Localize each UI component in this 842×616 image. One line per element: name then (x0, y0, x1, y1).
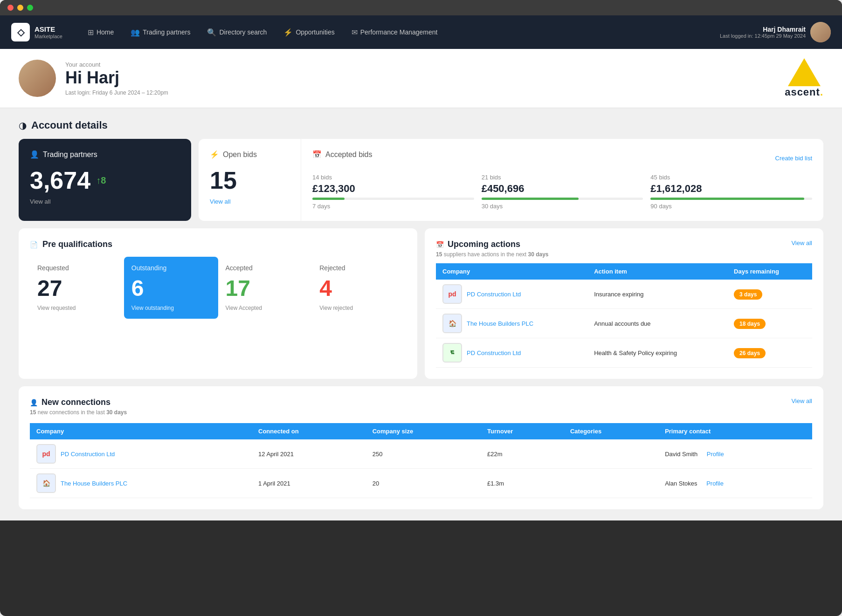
preq-outstanding: Outstanding 6 View outstanding (124, 257, 218, 319)
bid-column-7days: 14 bids £123,300 7 days (312, 174, 474, 210)
maximize-button[interactable] (27, 5, 33, 11)
conn-col-company: Company (30, 423, 252, 439)
nav-directory-search[interactable]: 🔍 Directory search (200, 24, 273, 41)
col-company: Company (436, 263, 587, 280)
bid-column-30days: 21 bids £450,696 30 days (482, 174, 643, 210)
pre-qualifications-card: 📄 Pre qualifications Requested 27 View r… (19, 228, 417, 379)
conn-company-link-1[interactable]: PD Construction Ltd (61, 451, 115, 458)
progress-bar-1 (312, 198, 474, 200)
create-bid-link[interactable]: Create bid list (775, 155, 812, 162)
preq-requested-label: Requested (37, 264, 117, 272)
profile-link-1[interactable]: Profile (707, 451, 724, 458)
hb-logo-1: 🏠 (442, 314, 462, 333)
minimize-button[interactable] (17, 5, 23, 11)
open-bids-view-all[interactable]: View all (210, 198, 290, 205)
preq-rejected-link[interactable]: View rejected (319, 305, 399, 311)
conn-col-connected: Connected on (252, 423, 366, 439)
preq-outstanding-link[interactable]: View outstanding (131, 305, 211, 311)
profile-link-2[interactable]: Profile (706, 480, 724, 487)
days-cell-3: 26 days (727, 338, 812, 368)
close-button[interactable] (7, 5, 14, 11)
bid-count-2: 21 bids (482, 174, 643, 181)
welcome-banner: Your account Hi Harj Last login: Friday … (0, 49, 842, 108)
table-row: 🏠 The House Builders PLC 1 April 2021 20… (30, 469, 812, 498)
open-bids-label: ⚡ Open bids (210, 150, 290, 159)
bid-days-1: 7 days (312, 203, 474, 210)
nav-opportunities[interactable]: ⚡ Opportunities (277, 24, 341, 41)
open-bids-card: ⚡ Open bids 15 View all (199, 139, 301, 221)
calendar-icon: 📅 (312, 150, 322, 159)
conn-company-2: 🏠 The House Builders PLC (30, 469, 252, 498)
days-badge-1: 3 days (734, 289, 762, 300)
preq-requested-link[interactable]: View requested (37, 305, 117, 311)
nav-user: Harj Dhamrait Last logged in: 12:45pm 29… (720, 22, 831, 42)
conn-company-link-2[interactable]: The House Builders PLC (61, 480, 127, 487)
col-days: Days remaining (727, 263, 812, 280)
conn-categories-2 (564, 469, 658, 498)
table-row: 🏗 PD Construction Ltd Health & Safety Po… (436, 338, 812, 368)
preq-outstanding-label: Outstanding (131, 264, 211, 272)
trading-partners-trend: ↑8 (96, 175, 106, 186)
connections-view-all[interactable]: View all (791, 397, 812, 404)
browser-window: ◇ ASITE Marketplace ⊞ Home 👥 Trading par… (0, 0, 842, 616)
conn-connected-2: 1 April 2021 (252, 469, 366, 498)
progress-bar-2 (482, 198, 643, 200)
table-row: pd PD Construction Ltd Insurance expirin… (436, 280, 812, 309)
search-icon: 🔍 (207, 28, 216, 37)
bid-amount-1: £123,300 (312, 183, 474, 195)
ascent-dot: . (820, 86, 823, 98)
trading-partners-view-all[interactable]: View all (30, 198, 180, 205)
progress-fill-3 (650, 198, 804, 200)
preq-title: Pre qualifications (42, 240, 112, 249)
preq-accepted-link[interactable]: View Accepted (226, 305, 305, 311)
trading-partners-card: 👤 Trading partners 3,674 ↑8 View all (19, 139, 191, 221)
nav-performance-management[interactable]: ✉ Performance Management (345, 24, 444, 41)
conn-col-categories: Categories (564, 423, 658, 439)
welcome-avatar (19, 60, 56, 97)
ascent-logo: ascent. (785, 58, 823, 98)
company-link-3[interactable]: PD Construction Ltd (467, 349, 521, 356)
ascent-triangle (788, 58, 821, 86)
your-account-label: Your account (65, 61, 168, 68)
company-link-2[interactable]: The House Builders PLC (467, 320, 533, 327)
connections-icon: 👤 (30, 399, 38, 406)
account-details-grid: 👤 Trading partners 3,674 ↑8 View all ⚡ (19, 139, 823, 221)
upcoming-view-all[interactable]: View all (791, 240, 812, 246)
logo-icon: ◇ (11, 23, 30, 41)
conn-size-1: 250 (366, 439, 481, 469)
connections-table: Company Connected on Company size Turnov… (30, 423, 812, 498)
navbar: ◇ ASITE Marketplace ⊞ Home 👥 Trading par… (0, 15, 842, 49)
progress-fill-2 (482, 198, 579, 200)
account-details-icon: ◑ (19, 120, 27, 131)
nav-trading-partners[interactable]: 👥 Trading partners (124, 24, 197, 41)
upcoming-title-area: 📅 Upcoming actions (436, 240, 520, 249)
nav-home[interactable]: ⊞ Home (81, 24, 120, 41)
preq-requested: Requested 27 View requested (30, 257, 124, 319)
main-content: ◑ Account details 👤 Trading partners 3,6… (0, 108, 842, 520)
welcome-greeting: Hi Harj (65, 68, 168, 88)
accepted-bids-header: 📅 Accepted bids Create bid list (312, 150, 812, 166)
upcoming-title: Upcoming actions (448, 240, 520, 249)
upcoming-subtitle: 15 suppliers have actions in the next 30… (436, 251, 812, 258)
upcoming-table: Company Action item Days remaining pd (436, 263, 812, 368)
bid-column-90days: 45 bids £1,612,028 90 days (650, 174, 812, 210)
home-icon: ⊞ (88, 28, 94, 37)
preq-icon: 📄 (30, 241, 38, 248)
progress-bar-3 (650, 198, 812, 200)
connections-title-area: 👤 New connections (30, 397, 110, 407)
conn-categories-1 (564, 439, 658, 469)
account-details-title: Account details (31, 119, 108, 131)
lower-row: 📄 Pre qualifications Requested 27 View r… (19, 228, 823, 379)
preq-accepted: Accepted 17 View Accepted (218, 257, 312, 319)
logo-sub: Marketplace (35, 34, 62, 39)
conn-turnover-2: £1.3m (481, 469, 564, 498)
preq-header: 📄 Pre qualifications (30, 240, 406, 249)
company-link-1[interactable]: PD Construction Ltd (467, 291, 521, 298)
users-icon: 👥 (131, 28, 140, 37)
welcome-left: Your account Hi Harj Last login: Friday … (19, 60, 168, 97)
progress-fill-1 (312, 198, 345, 200)
connections-title: New connections (41, 397, 110, 407)
upcoming-actions-card: 📅 Upcoming actions View all 15 suppliers… (425, 228, 823, 379)
preq-grid: Requested 27 View requested Outstanding … (30, 257, 406, 319)
nav-links: ⊞ Home 👥 Trading partners 🔍 Directory se… (81, 24, 720, 41)
